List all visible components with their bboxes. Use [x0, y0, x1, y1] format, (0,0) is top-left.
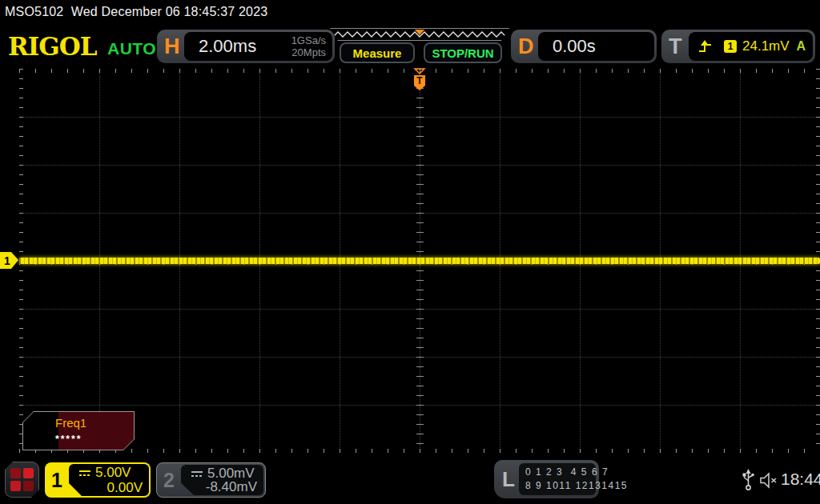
horizontal-label: H — [164, 34, 180, 59]
delay-value: 0.00s — [553, 36, 596, 57]
measure-button-label: Measure — [353, 46, 402, 60]
trigger-marker-icon: T — [411, 68, 428, 92]
waveform-overview-bar[interactable] — [330, 28, 509, 41]
channel2-number: 2 — [163, 469, 175, 492]
dc-coupling-icon — [78, 469, 91, 478]
delay-label: D — [518, 34, 534, 59]
oscilloscope-screen: MSO5102 Wed December 06 18:45:37 2023 RI… — [0, 0, 820, 504]
acquisition-info: 1GSa/s 20Mpts — [291, 34, 326, 58]
trigger-info-row: 1 24.1mV A — [689, 32, 813, 61]
channel1-scale-row: 5.00V — [78, 465, 131, 481]
function-menu-button[interactable] — [5, 462, 39, 498]
trigger-position-marker[interactable]: T — [411, 68, 428, 92]
channel2-status-block[interactable]: 2 5.00mV -8.40mV — [156, 462, 266, 498]
channel1-panel: 5.00V 0.00V — [69, 464, 149, 496]
usb-icon — [742, 469, 755, 491]
speaker-muted-icon — [759, 472, 778, 489]
datetime: Wed December 06 18:45:37 2023 — [71, 5, 268, 18]
timebase-value: 2.00ms — [199, 36, 256, 57]
status-bar: MSO5102 Wed December 06 18:45:37 2023 — [5, 5, 267, 19]
channel1-number: 1 — [51, 469, 62, 492]
stop-run-button[interactable]: STOP/RUN — [424, 42, 502, 63]
logic-row-2: 8 9 1011 12131415 — [525, 479, 596, 493]
svg-text:T: T — [416, 75, 423, 86]
trigger-level-value: 24.1mV — [742, 38, 790, 54]
channel1-status-block[interactable]: 1 5.00V 0.00V — [45, 462, 151, 498]
trigger-block[interactable]: T 1 24.1mV A — [661, 30, 815, 63]
freq1-value: ***** — [55, 434, 82, 445]
logic-row-1: 0 1 2 3 4 5 6 7 — [525, 466, 596, 479]
horizontal-block[interactable]: H 2.00ms 1GSa/s 20Mpts — [157, 30, 335, 63]
measure-button[interactable]: Measure — [340, 42, 415, 63]
trigger-status-badge: AUTO — [107, 39, 156, 58]
trigger-mode-indicator: A — [796, 39, 806, 54]
channel1-level-marker[interactable]: 1 — [0, 252, 18, 269]
model-name: MSO5102 — [5, 5, 63, 18]
trigger-panel: 1 24.1mV A — [689, 32, 813, 61]
status-spacer — [63, 5, 70, 18]
channel2-offset: -8.40mV — [206, 479, 257, 495]
rigol-logo: RIGOL — [8, 32, 97, 62]
logic-channels-block[interactable]: L 0 1 2 3 4 5 6 7 8 9 1011 12131415 — [494, 460, 599, 498]
rising-edge-icon — [698, 40, 713, 53]
channel1-offset: 0.00V — [107, 480, 143, 496]
trigger-source-badge: 1 — [724, 40, 737, 53]
overview-zigzag-icon — [331, 29, 508, 40]
delay-panel: 0.00s — [538, 32, 654, 61]
graticule — [19, 69, 820, 453]
menu-grid-icon — [23, 481, 34, 491]
trace-noise-texture — [19, 258, 820, 264]
channel1-trace[interactable] — [19, 258, 820, 264]
menu-grid-icon — [10, 481, 21, 491]
delay-block[interactable]: D 0.00s — [511, 30, 657, 63]
menu-grid-icon — [10, 468, 21, 478]
sample-rate: 1GSa/s — [291, 34, 326, 46]
dc-coupling-icon — [191, 470, 203, 478]
freq1-measurement-box[interactable]: Freq1 ***** — [23, 412, 134, 450]
trigger-label: T — [669, 34, 682, 59]
menu-grid-icon — [23, 468, 34, 478]
memory-depth: 20Mpts — [291, 46, 326, 58]
channel1-scale: 5.00V — [95, 465, 131, 481]
logic-label: L — [502, 467, 515, 492]
channel2-panel: 5.00mV -8.40mV — [181, 465, 263, 495]
freq1-label: Freq1 — [55, 416, 86, 430]
channel1-marker-number: 1 — [4, 254, 10, 267]
logic-channels-panel: 0 1 2 3 4 5 6 7 8 9 1011 12131415 — [519, 463, 596, 495]
horizontal-panel: 2.00ms 1GSa/s 20Mpts — [184, 32, 332, 61]
measurement-box-border: Freq1 ***** — [22, 411, 135, 450]
system-clock: 18:44 — [781, 470, 820, 489]
stop-run-button-label: STOP/RUN — [432, 46, 493, 60]
